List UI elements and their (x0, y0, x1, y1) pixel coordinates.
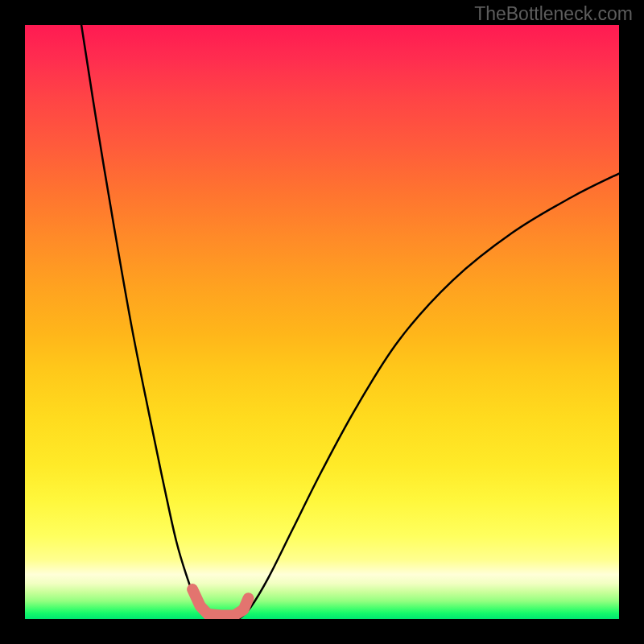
curve-right-branch (239, 174, 619, 620)
curve-layer (25, 25, 619, 619)
curve-left-branch (81, 25, 215, 619)
chart-frame: TheBottleneck.com (0, 0, 644, 644)
watermark-text: TheBottleneck.com (474, 3, 633, 25)
valley-marker (192, 589, 248, 615)
plot-area (25, 25, 619, 619)
